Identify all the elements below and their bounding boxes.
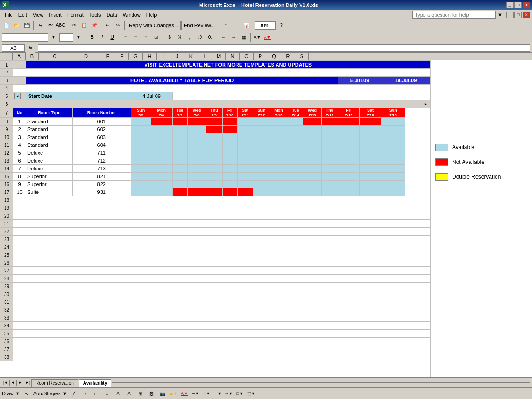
cell-reference[interactable] (2, 44, 25, 52)
indent-inc[interactable]: → (229, 33, 238, 42)
menu-help[interactable]: Help (144, 11, 160, 18)
col-header-n[interactable]: N (226, 53, 240, 60)
arrow-style[interactable]: →▼ (224, 389, 234, 398)
chart-button[interactable]: 📊 (242, 21, 251, 30)
menu-data[interactable]: Data (103, 11, 120, 18)
col-header-m[interactable]: M (212, 53, 226, 60)
col-header-o[interactable]: O (240, 53, 254, 60)
col-header-s[interactable]: S (295, 53, 309, 60)
sheet-tab-room-reservation[interactable]: Room Reservation (31, 379, 78, 387)
align-center[interactable]: ≡ (131, 33, 140, 42)
menu-window[interactable]: Window (120, 11, 144, 18)
zoom-box[interactable]: 100% (255, 21, 276, 30)
align-left[interactable]: ≡ (121, 33, 130, 42)
rect-tool[interactable]: □ (91, 389, 101, 398)
line-color-draw[interactable]: ─▼ (191, 389, 200, 398)
reply-changes-button[interactable]: Reply with Changes... (127, 21, 181, 30)
sort-desc-button[interactable]: ↓ (231, 21, 241, 30)
font-color-draw[interactable]: A▼ (180, 389, 189, 398)
col-header-f[interactable]: F (115, 53, 129, 60)
3d-tool[interactable]: ⬚▼ (247, 389, 256, 398)
cut-button[interactable]: ✂ (69, 21, 79, 30)
app-minimize[interactable]: _ (506, 12, 514, 18)
oval-tool[interactable]: ○ (103, 389, 112, 398)
menu-format[interactable]: Format (65, 11, 86, 18)
col-header-rest[interactable] (309, 53, 401, 60)
col-header-b[interactable]: B (26, 53, 39, 60)
picture-tool[interactable]: 📷 (158, 389, 167, 398)
restore-button[interactable]: □ (514, 2, 522, 8)
help-button[interactable]: ? (277, 21, 286, 30)
app-restore[interactable]: □ (514, 12, 522, 18)
col-header-g[interactable]: G (129, 53, 143, 60)
close-button[interactable]: ✕ (523, 2, 530, 8)
menu-file[interactable]: File (2, 11, 16, 18)
merge-center[interactable]: ⊡ (151, 33, 161, 42)
col-header-h[interactable]: H (143, 53, 157, 60)
comma-button[interactable]: , (185, 33, 194, 42)
col-header-j[interactable]: J (170, 53, 184, 60)
tab-scroll-next[interactable]: ► (17, 380, 24, 386)
decrease-decimal[interactable]: 0. (206, 33, 215, 42)
col-header-i[interactable]: I (157, 53, 170, 60)
spellcheck-button[interactable]: ABC (56, 21, 65, 30)
start-date-value[interactable]: 4-Jul-09 (131, 92, 172, 100)
indent-dec[interactable]: ← (219, 33, 228, 42)
col-header-e[interactable]: E (101, 53, 115, 60)
open-button[interactable]: 📂 (12, 21, 21, 30)
col-header-p[interactable]: P (254, 53, 267, 60)
wordart-tool[interactable]: A (125, 389, 134, 398)
col-header-l[interactable]: L (198, 53, 212, 60)
underline-button[interactable]: U (108, 33, 117, 42)
col-header-r[interactable]: R (281, 53, 295, 60)
font-color[interactable]: A▼ (263, 33, 272, 42)
copy-button[interactable]: 📋 (79, 21, 89, 30)
fill-color[interactable]: A▼ (253, 33, 262, 42)
paste-button[interactable]: 📌 (90, 21, 99, 30)
align-right[interactable]: ≡ (141, 33, 151, 42)
line-tool[interactable]: ╱ (69, 389, 79, 398)
help-search[interactable] (412, 11, 496, 19)
app-close[interactable]: ✕ (523, 12, 530, 18)
italic-button[interactable]: I (97, 33, 107, 42)
col-header-d[interactable]: D (71, 53, 101, 60)
col-header-a[interactable]: A (13, 53, 26, 60)
menu-edit[interactable]: Edit (16, 11, 30, 18)
col-header-q[interactable]: Q (267, 53, 281, 60)
menu-insert[interactable]: Insert (46, 11, 65, 18)
minimize-button[interactable]: _ (506, 2, 514, 8)
increase-decimal[interactable]: .0 (195, 33, 205, 42)
formula-input[interactable]: HOTEL AVAILABILITY TABLE FOR PERIOD (38, 44, 530, 52)
arrow-tool[interactable]: → (80, 389, 90, 398)
print-button[interactable]: 🖨 (36, 21, 45, 30)
tab-scroll-prev[interactable]: ◄ (9, 380, 17, 386)
size-dropdown[interactable]: ▼ (74, 33, 83, 42)
percent-button[interactable]: % (175, 33, 184, 42)
sheet-tab-availability[interactable]: Availability (79, 379, 111, 387)
font-dropdown[interactable]: ▼ (49, 33, 58, 42)
menu-view[interactable]: View (30, 11, 47, 18)
shadow-tool[interactable]: □▼ (236, 389, 245, 398)
sort-asc-button[interactable]: ↑ (221, 21, 230, 30)
textbox-tool[interactable]: A (114, 389, 123, 398)
font-size[interactable]: 10 (59, 33, 73, 42)
preview-button[interactable]: 👁 (46, 21, 55, 30)
end-review-button[interactable]: End Review... (181, 21, 217, 30)
diagram-tool[interactable]: ⊞ (136, 389, 145, 398)
tab-scroll-first[interactable]: |◄ (2, 380, 9, 386)
fx-button[interactable]: fx (26, 43, 35, 53)
nav-left[interactable]: ◄ (14, 93, 21, 99)
line-style-draw[interactable]: ═▼ (202, 389, 212, 398)
redo-button[interactable]: ↪ (113, 21, 122, 30)
currency-button[interactable]: $ (165, 33, 174, 42)
new-button[interactable]: 📄 (2, 21, 11, 30)
fill-color-draw[interactable]: ▲▼ (169, 389, 178, 398)
menu-tools[interactable]: Tools (86, 11, 104, 18)
col-header-k[interactable]: K (184, 53, 198, 60)
dash-style[interactable]: ⋯▼ (213, 389, 223, 398)
clipart-tool[interactable]: 🖼 (147, 389, 156, 398)
scroll-right[interactable]: ► (423, 102, 429, 107)
borders-button[interactable]: ▦ (239, 33, 248, 42)
tab-scroll-last[interactable]: ►| (24, 380, 31, 386)
bold-button[interactable]: B (87, 33, 97, 42)
